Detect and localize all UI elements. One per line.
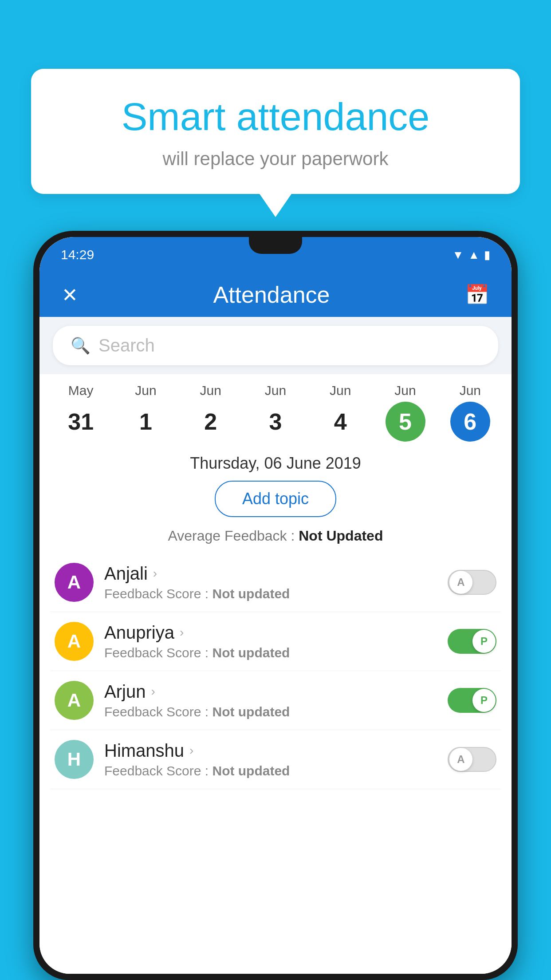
student-name[interactable]: Arjun › [104, 682, 437, 702]
toggle-wrap[interactable]: P [448, 629, 496, 654]
student-score: Feedback Score : Not updated [104, 763, 437, 778]
signal-icon: ▲ [468, 248, 480, 262]
student-name[interactable]: Himanshu › [104, 741, 437, 761]
cal-date-label: 6 [450, 402, 490, 442]
attendance-toggle[interactable]: P [448, 629, 496, 654]
student-item: AAnupriya ›Feedback Score : Not updatedP [50, 612, 501, 671]
search-icon: 🔍 [71, 336, 91, 355]
search-bar[interactable]: 🔍 Search [53, 326, 498, 365]
status-time: 14:29 [61, 247, 94, 262]
bubble-subtitle: will replace your paperwork [67, 148, 484, 170]
student-info: Himanshu ›Feedback Score : Not updated [104, 741, 437, 778]
student-avatar: A [55, 563, 94, 602]
content-area: 🔍 Search May31Jun1Jun2Jun3Jun4Jun5Jun6 T… [39, 317, 512, 974]
attendance-toggle[interactable]: A [448, 570, 496, 595]
calendar-day[interactable]: Jun1 [121, 383, 170, 442]
cal-month-label: May [68, 383, 94, 398]
phone-frame: 14:29 ▼ ▲ ▮ ✕ Attendance 📅 🔍 Search [33, 231, 518, 980]
student-score: Feedback Score : Not updated [104, 586, 437, 601]
student-name[interactable]: Anjali › [104, 564, 437, 584]
student-info: Arjun ›Feedback Score : Not updated [104, 682, 437, 719]
calendar-day[interactable]: Jun2 [186, 383, 235, 442]
attendance-toggle[interactable]: A [448, 747, 496, 772]
cal-month-label: Jun [200, 383, 221, 398]
student-item: AArjun ›Feedback Score : Not updatedP [50, 671, 501, 730]
toggle-thumb: A [449, 571, 472, 594]
toggle-wrap[interactable]: A [448, 570, 496, 595]
student-name[interactable]: Anupriya › [104, 623, 437, 643]
student-info: Anjali ›Feedback Score : Not updated [104, 564, 437, 601]
avg-feedback-label: Average Feedback : [168, 528, 295, 544]
chevron-icon: › [189, 743, 193, 758]
calendar-day[interactable]: May31 [56, 383, 105, 442]
calendar-icon[interactable]: 📅 [460, 279, 494, 311]
cal-date-label: 2 [191, 402, 231, 442]
phone-screen: 14:29 ▼ ▲ ▮ ✕ Attendance 📅 🔍 Search [39, 237, 512, 974]
student-score: Feedback Score : Not updated [104, 645, 437, 660]
attendance-toggle[interactable]: P [448, 688, 496, 713]
toggle-thumb: P [472, 630, 496, 653]
speech-bubble: Smart attendance will replace your paper… [31, 69, 520, 194]
cal-month-label: Jun [330, 383, 351, 398]
selected-date: Thursday, 06 June 2019 [39, 442, 512, 481]
calendar-day[interactable]: Jun4 [316, 383, 365, 442]
cal-date-label: 31 [61, 402, 101, 442]
student-info: Anupriya ›Feedback Score : Not updated [104, 623, 437, 660]
calendar-day[interactable]: Jun3 [251, 383, 300, 442]
toggle-wrap[interactable]: A [448, 747, 496, 772]
add-topic-button[interactable]: Add topic [215, 481, 336, 517]
cal-month-label: Jun [394, 383, 416, 398]
chevron-icon: › [180, 625, 184, 640]
avg-feedback-value: Not Updated [299, 528, 383, 544]
cal-date-label: 5 [386, 402, 425, 442]
battery-icon: ▮ [484, 248, 490, 262]
student-avatar: A [55, 681, 94, 720]
toggle-wrap[interactable]: P [448, 688, 496, 713]
student-item: AAnjali ›Feedback Score : Not updatedA [50, 553, 501, 612]
chevron-icon: › [151, 684, 155, 699]
cal-date-label: 1 [126, 402, 165, 442]
calendar-day[interactable]: Jun6 [446, 383, 495, 442]
cal-month-label: Jun [460, 383, 481, 398]
notch [249, 237, 302, 254]
app-bar-title: Attendance [213, 281, 330, 308]
calendar-day[interactable]: Jun5 [381, 383, 430, 442]
chevron-icon: › [153, 566, 157, 581]
student-avatar: A [55, 622, 94, 661]
avg-feedback: Average Feedback : Not Updated [39, 528, 512, 544]
close-button[interactable]: ✕ [57, 279, 83, 311]
cal-date-label: 3 [256, 402, 295, 442]
status-bar: 14:29 ▼ ▲ ▮ [39, 237, 512, 273]
toggle-thumb: P [472, 689, 496, 712]
bubble-title: Smart attendance [67, 95, 484, 138]
student-score: Feedback Score : Not updated [104, 704, 437, 719]
cal-month-label: Jun [265, 383, 286, 398]
student-item: HHimanshu ›Feedback Score : Not updatedA [50, 730, 501, 789]
student-avatar: H [55, 740, 94, 779]
search-container: 🔍 Search [39, 317, 512, 374]
cal-date-label: 4 [320, 402, 360, 442]
search-placeholder: Search [98, 336, 155, 356]
cal-month-label: Jun [135, 383, 156, 398]
wifi-icon: ▼ [453, 248, 464, 262]
app-bar: ✕ Attendance 📅 [39, 273, 512, 317]
toggle-thumb: A [449, 748, 472, 771]
student-list: AAnjali ›Feedback Score : Not updatedAAA… [39, 553, 512, 789]
calendar-row: May31Jun1Jun2Jun3Jun4Jun5Jun6 [39, 374, 512, 442]
speech-bubble-container: Smart attendance will replace your paper… [31, 69, 520, 194]
status-icons: ▼ ▲ ▮ [453, 248, 490, 262]
